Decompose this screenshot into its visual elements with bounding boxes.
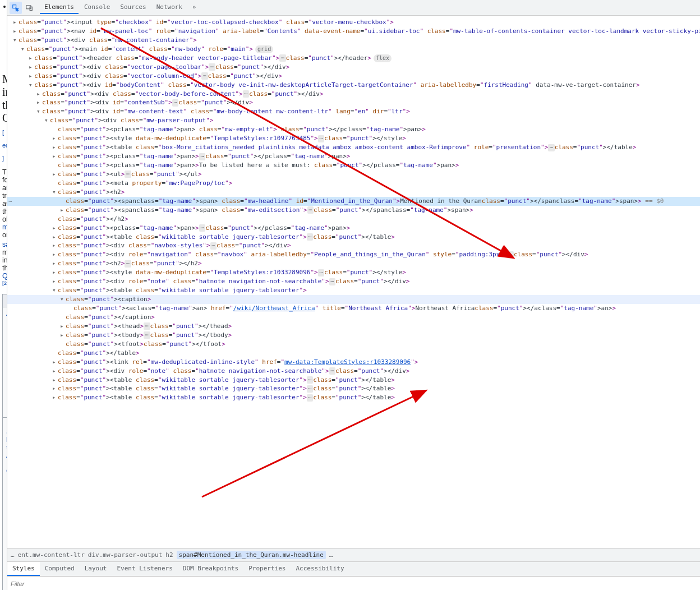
dom-node[interactable]: ▸class="punct"><style data-mw-deduplicat… bbox=[7, 268, 700, 277]
link-sanctuaries[interactable]: sanctuaries bbox=[2, 241, 7, 248]
table-row: Haram al-Sharif, also known as the Al-Aq… bbox=[3, 418, 8, 590]
devtools-pane: Elements Console Sources Network » 53 2 … bbox=[7, 0, 700, 590]
tab-elements[interactable]: Elements bbox=[40, 1, 79, 14]
dom-node[interactable]: ▸class="punct"><h2>⋯class="punct"></h2> bbox=[7, 259, 700, 268]
dom-node[interactable]: ▾class="punct"><h2> bbox=[7, 188, 700, 197]
dom-node[interactable]: ▸class="punct"><table class="wikitable s… bbox=[7, 384, 700, 393]
crumb-ellipsis[interactable]: … bbox=[329, 551, 333, 559]
dom-node[interactable]: ▸class="punct"><nav id="mw-panel-toc" ro… bbox=[7, 27, 700, 36]
crumb-selected[interactable]: span#Mentioned_in_the_Quran.mw-headline bbox=[179, 551, 324, 559]
dom-node[interactable]: ▸class="punct"><link rel="mw-deduplicate… bbox=[7, 358, 700, 367]
dom-node[interactable]: ▸class="punct"><table class="wikitable s… bbox=[7, 233, 700, 242]
devtools-tabs: Elements Console Sources Network » bbox=[40, 1, 201, 14]
dom-node[interactable]: class="punct"><aclass="tag-name">an> hre… bbox=[7, 304, 700, 313]
link-quran[interactable]: Quran bbox=[2, 272, 7, 280]
dom-node[interactable]: ▸class="punct"><header class="mw-body-he… bbox=[7, 54, 700, 63]
quran-table: Building Image Location Country First bu… bbox=[2, 294, 7, 590]
dom-node[interactable]: ▸class="punct"><ul>⋯class="punct"></ul> bbox=[7, 170, 700, 179]
crumb[interactable]: h2 bbox=[165, 551, 173, 559]
intro-text: The following are treated as the oldest bbox=[2, 168, 7, 223]
breadcrumb[interactable]: … ent.mw-content-ltr div.mw-parser-outpu… bbox=[7, 548, 700, 561]
styles-tabs: Styles Computed Layout Event Listeners D… bbox=[7, 561, 700, 577]
crumb[interactable]: div.mw-parser-output bbox=[88, 551, 162, 559]
edit-link[interactable]: [ edit ] bbox=[2, 129, 7, 162]
ref[interactable]: [2] bbox=[2, 280, 7, 286]
dom-node[interactable]: ▸class="punct"><table class="box-More_ci… bbox=[7, 143, 700, 152]
dom-node[interactable]: ▾class="punct"><main id="content" class=… bbox=[7, 45, 700, 54]
tab-styles[interactable]: Styles bbox=[7, 562, 40, 576]
inspect-icon[interactable] bbox=[10, 2, 22, 14]
dom-node[interactable]: class="punct"><meta property="mw:PagePro… bbox=[7, 179, 700, 188]
dom-node[interactable]: ▾class="punct"><div class="mw-content-co… bbox=[7, 36, 700, 45]
dom-node[interactable]: ▸class="punct"><div class="vector-column… bbox=[7, 72, 700, 81]
table-head-row: Building Image Location Country First bu… bbox=[3, 294, 8, 307]
crumb[interactable]: ent.mw-content-ltr bbox=[18, 551, 85, 559]
col-building[interactable]: Building bbox=[3, 294, 8, 307]
table-row: Al-Haram MosqueMeccaSaudi ArabiaUnknown,… bbox=[3, 307, 8, 418]
dom-node[interactable]: ▸class="punct"><pclass="tag-name">pan>>⋯… bbox=[7, 152, 700, 161]
dom-node[interactable]: class="punct"><spanclass="tag-name">span… bbox=[7, 197, 700, 206]
heading-text: Mentioned in the Quran bbox=[2, 73, 7, 124]
dom-node[interactable]: ▸class="punct"><div id="contentSub">⋯cla… bbox=[7, 98, 700, 107]
dom-node[interactable]: ▾class="punct"><div id="bodyContent" cla… bbox=[7, 81, 700, 90]
dom-node[interactable]: ▸class="punct"><input type="checkbox" id… bbox=[7, 18, 700, 27]
dom-tree[interactable]: ▸class="punct"><input type="checkbox" id… bbox=[7, 16, 700, 548]
dom-node[interactable]: ▸class="punct"><spanclass="tag-name">spa… bbox=[7, 206, 700, 215]
tab-network[interactable]: Network bbox=[152, 1, 187, 14]
dom-node[interactable]: class="punct"></h2> bbox=[7, 215, 700, 224]
device-icon[interactable] bbox=[23, 2, 35, 14]
dom-node[interactable]: class="punct"></table> bbox=[7, 349, 700, 358]
tab-computed[interactable]: Computed bbox=[40, 562, 80, 576]
tab-sources[interactable]: Sources bbox=[116, 1, 150, 14]
dom-node[interactable]: ▸class="punct"><div role="note" class="h… bbox=[7, 367, 700, 376]
dom-node[interactable]: ▸class="punct"><div class="vector-body-b… bbox=[7, 90, 700, 99]
styles-filter-input[interactable] bbox=[11, 580, 700, 587]
tab-eventlisteners[interactable]: Event Listeners bbox=[112, 562, 177, 576]
dom-node[interactable]: ▾class="punct"><div class="mw-parser-out… bbox=[7, 116, 700, 125]
dom-node[interactable]: ▸class="punct"><tbody>⋯class="punct"></t… bbox=[7, 331, 700, 340]
dom-node[interactable]: ▾class="punct"><caption> bbox=[7, 295, 700, 304]
tab-dombreakpoints[interactable]: DOM Breakpoints bbox=[178, 562, 243, 576]
dom-node[interactable]: ▸class="punct"><table class="wikitable s… bbox=[7, 393, 700, 402]
dom-node[interactable]: ▸class="punct"><div class="navbox-styles… bbox=[7, 241, 700, 250]
dom-node[interactable]: ▸class="punct"><div role="note" class="h… bbox=[7, 277, 700, 286]
dom-node[interactable]: class="punct"><pclass="tag-name">pan>>To… bbox=[7, 161, 700, 170]
crumb-ellipsis[interactable]: … bbox=[11, 551, 15, 559]
dom-node[interactable]: ▸class="punct"><style data-mw-deduplicat… bbox=[7, 134, 700, 143]
dom-node[interactable]: class="punct"><pclass="tag-name">pan> cl… bbox=[7, 125, 700, 134]
tab-properties[interactable]: Properties bbox=[243, 562, 291, 576]
dom-node[interactable]: class="punct"></caption> bbox=[7, 313, 700, 322]
tab-console[interactable]: Console bbox=[80, 1, 114, 14]
devtools-toolbar: Elements Console Sources Network » 53 2 … bbox=[7, 0, 700, 16]
styles-filter-bar: :hov .cls + ▭ ⋮ bbox=[7, 577, 700, 590]
link-mosques[interactable]: mosques bbox=[2, 223, 7, 231]
tab-accessibility[interactable]: Accessibility bbox=[291, 562, 349, 576]
content-pane: be the oldest congregation of its type (… bbox=[0, 0, 7, 590]
dom-node[interactable]: ▸class="punct"><div role="navigation" cl… bbox=[7, 250, 700, 259]
intro-text: or bbox=[2, 231, 7, 239]
dom-node[interactable]: ▾class="punct"><div id="mw-content-text"… bbox=[7, 107, 700, 116]
dom-node[interactable]: ▸class="punct"><pclass="tag-name">pan>>⋯… bbox=[7, 224, 700, 233]
dom-node[interactable]: ▸class="punct"><thead>⋯class="punct"></t… bbox=[7, 322, 700, 331]
dom-node[interactable]: class="punct"><tfoot>class="punct"></tfo… bbox=[7, 340, 700, 349]
dom-node[interactable]: ▸class="punct"><table class="wikitable s… bbox=[7, 376, 700, 385]
dom-node[interactable]: ▾class="punct"><table class="wikitable s… bbox=[7, 286, 700, 295]
tab-more[interactable]: » bbox=[188, 1, 201, 14]
intro-text: mentioned in the bbox=[2, 248, 7, 272]
dom-node[interactable]: ▸class="punct"><div class="vector-page-t… bbox=[7, 63, 700, 72]
tab-layout[interactable]: Layout bbox=[80, 562, 112, 576]
